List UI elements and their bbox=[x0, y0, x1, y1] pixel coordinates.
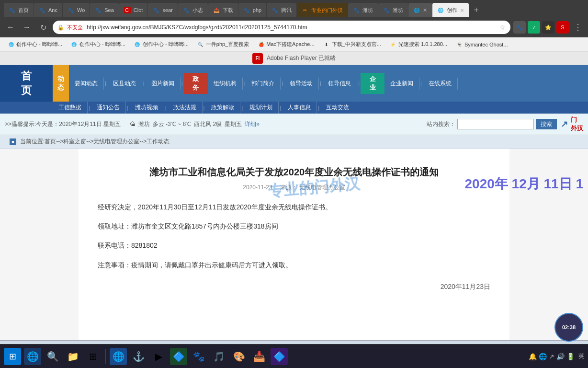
article-date: 2020-11-23 bbox=[243, 184, 272, 191]
nav-renshi[interactable]: 人事信息 bbox=[282, 102, 317, 114]
tab-4[interactable]: 🐾 Sea bbox=[90, 3, 119, 17]
taskbar-browser-icon[interactable]: 🌐 bbox=[110, 348, 127, 365]
bookmark-label-1: 创作中心 - 哗哗哗... bbox=[16, 41, 62, 48]
bookmark-label-8: Symantec Ghost... bbox=[464, 42, 508, 47]
ext-icon-4[interactable]: S bbox=[556, 21, 569, 34]
nav-dongtai-block[interactable]: 动 态 bbox=[53, 65, 69, 102]
nav-online-sys[interactable]: 在线系统 bbox=[423, 78, 458, 90]
sys-icon-4[interactable]: 🔋 bbox=[566, 353, 575, 360]
tab-6[interactable]: 🐾 sear bbox=[148, 3, 177, 17]
article-meta: 2020-11-23 来源： 无线电管理办公室 bbox=[98, 184, 490, 192]
bookmark-5[interactable]: 🍎 Mac下搭建Apache... bbox=[254, 39, 318, 50]
search-button[interactable]: 搜索 bbox=[536, 119, 557, 129]
site-search-input[interactable] bbox=[457, 119, 534, 129]
taskbar-anchor-icon[interactable]: ⚓ bbox=[130, 348, 147, 365]
sys-icon-3[interactable]: 🔊 bbox=[556, 353, 565, 360]
tab-favicon-7: 🐾 bbox=[183, 7, 190, 13]
tab-12[interactable]: 🐾 潍坊 bbox=[348, 3, 378, 17]
bookmark-6[interactable]: ⬇ 下载_中兴新支点官... bbox=[319, 39, 385, 50]
taskbar-search-icon[interactable]: 🔍 bbox=[44, 348, 61, 365]
tab-7[interactable]: 🐾 小志 bbox=[178, 3, 208, 17]
nav-tongzhi[interactable]: 通知公告 bbox=[91, 102, 126, 114]
tab-1[interactable]: 🐾 首页 bbox=[4, 3, 34, 17]
nav-div-5: | bbox=[281, 80, 284, 86]
nav-gongxin-data[interactable]: 工信数据 bbox=[53, 102, 88, 114]
taskbar-music-icon[interactable]: 🎵 bbox=[210, 348, 227, 365]
nav-zuzhi[interactable]: 组织机构 bbox=[208, 78, 243, 90]
bookmark-8[interactable]: 👻 Symantec Ghost... bbox=[452, 39, 511, 50]
ext-icon-1[interactable]: 🐾 bbox=[513, 21, 526, 34]
ext-icon-3[interactable]: ⭐ bbox=[542, 21, 554, 34]
tab-13[interactable]: 🐾 潍坊 bbox=[378, 3, 408, 17]
new-tab-button[interactable]: + bbox=[469, 3, 484, 17]
ext-icon-2[interactable]: ✓ bbox=[528, 21, 540, 34]
url-text: http://jxw.weifang.gov.cn/BMJG/KSZC/wxdg… bbox=[87, 24, 497, 31]
flash-banner: Fl Adobe Flash Player 已就绪 bbox=[0, 52, 588, 65]
nav-policy-block[interactable]: 政 务 bbox=[184, 73, 208, 94]
search-row: >>温馨提示:今天是：2020年12月11日 星期五 🌤 潍坊 多云 -3℃ ~… bbox=[0, 114, 588, 135]
nav-qiyexinwen[interactable]: 企业新闻 bbox=[384, 78, 419, 90]
taskbar-vpn-icon[interactable]: 🔷 bbox=[170, 348, 187, 365]
nav-quxiandongtai[interactable]: 区县动态 bbox=[107, 78, 142, 90]
nav-home-block[interactable]: 首 页 bbox=[0, 65, 53, 102]
article-source: 无线电管理办公室 bbox=[299, 184, 345, 191]
bookmark-favicon-7: ⚡ bbox=[390, 41, 396, 48]
nav-zhengce-jieda[interactable]: 政策解读 bbox=[205, 102, 240, 114]
tab-2[interactable]: 🐾 Anc bbox=[34, 3, 62, 17]
tab-11[interactable]: ✏ 专业的门外汉 bbox=[297, 3, 348, 17]
bookmark-1[interactable]: 🌐 创作中心 - 哗哗哗... bbox=[4, 39, 66, 50]
weather-part: >>温馨提示:今天是：2020年12月11日 星期五 🌤 潍坊 多云 -3℃ ~… bbox=[5, 120, 427, 128]
bookmark-favicon-4: 🔍 bbox=[197, 41, 204, 48]
forward-button[interactable]: → bbox=[20, 21, 34, 34]
tab-9[interactable]: 🐾 php bbox=[238, 3, 266, 17]
nav-zhengfa[interactable]: 政法法规 bbox=[168, 102, 203, 114]
nav-section-row2: 工信数据 | 通知公告 | 潍坊视频 | 政法法规 | 政策解读 | 规划计划 … bbox=[53, 102, 355, 114]
sys-icon-2[interactable]: 🌐 bbox=[539, 353, 547, 360]
sys-icon-1[interactable]: 🔔 bbox=[529, 353, 537, 360]
detail-link[interactable]: 详细» bbox=[245, 120, 260, 128]
address-bar[interactable]: 🔒 不安全 http://jxw.weifang.gov.cn/BMJG/KSZ… bbox=[53, 21, 510, 34]
nav-yaowendongtai[interactable]: 要闻动态 bbox=[69, 78, 104, 90]
tab-3[interactable]: 🐾 Wo bbox=[63, 3, 90, 17]
nav-dongtai-bottom: 态 bbox=[57, 83, 64, 92]
bookmark-4[interactable]: 🔍 一件php_百度搜索 bbox=[193, 39, 253, 50]
start-button[interactable]: ⊞ bbox=[4, 348, 21, 365]
tab-label-10: 腾讯 bbox=[281, 7, 292, 14]
nav-weifang-video[interactable]: 潍坊视频 bbox=[129, 102, 164, 114]
taskbar-icon-cortana[interactable]: 🌐 bbox=[24, 348, 41, 365]
taskbar-paint-icon[interactable]: 🎨 bbox=[230, 348, 248, 365]
bookmark-7[interactable]: ⚡ 光速搜索 1.0.1.280... bbox=[386, 39, 451, 50]
tab-active[interactable]: 🌐 创作 × bbox=[432, 3, 469, 17]
reload-button[interactable]: ↻ bbox=[36, 21, 50, 34]
nav-section-row1: 要闻动态 | 区县动态 | 图片新闻 | 政 务 组织机构 | 部门简介 | 领… bbox=[69, 65, 458, 102]
bookmark-3[interactable]: 🌐 创作中心 - 哗哗哗... bbox=[130, 39, 192, 50]
tab-label-7: 小志 bbox=[192, 7, 203, 14]
tab-10[interactable]: 🐾 腾讯 bbox=[267, 3, 296, 17]
browser-menu-button[interactable]: ⋮ bbox=[572, 22, 584, 33]
nav-guihua[interactable]: 规划计划 bbox=[244, 102, 279, 114]
nav-hudong[interactable]: 互动交流 bbox=[320, 102, 355, 114]
bookmark-2[interactable]: 🌐 创作中心 - 哗哗哗... bbox=[67, 39, 129, 50]
back-button[interactable]: ← bbox=[4, 21, 17, 34]
tab-5[interactable]: Cl Clot bbox=[119, 3, 148, 17]
clock-time: 02:38 bbox=[562, 324, 576, 330]
nav-div-3: | bbox=[181, 80, 184, 86]
taskbar-files-icon[interactable]: 📁 bbox=[64, 348, 81, 365]
enterprise-bottom: 业 bbox=[370, 83, 376, 92]
taskbar-play-icon[interactable]: ▶ bbox=[150, 348, 167, 365]
nav-tupianxinwen[interactable]: 图片新闻 bbox=[146, 78, 181, 90]
bookmark-star-icon[interactable]: ☆ bbox=[499, 23, 506, 31]
nav-lingdao-info[interactable]: 领导信息 bbox=[322, 78, 357, 90]
tab-close-icon[interactable]: × bbox=[460, 7, 464, 14]
nav-enterprise-block[interactable]: 企 业 bbox=[361, 73, 384, 94]
tab-x[interactable]: 🌐 ✕ bbox=[408, 3, 432, 17]
nav-lingdao-activity[interactable]: 领导活动 bbox=[284, 78, 319, 90]
nav-bumen[interactable]: 部门简介 bbox=[246, 78, 281, 90]
taskbar-paw-icon[interactable]: 🐾 bbox=[190, 348, 207, 365]
reminder-text: >>温馨提示:今天是：2020年12月11日 星期五 bbox=[5, 120, 121, 128]
cursor-icon: ↗ bbox=[561, 119, 568, 129]
taskbar-grid-icon[interactable]: ⊞ bbox=[84, 348, 102, 365]
taskbar-download-icon[interactable]: 📥 bbox=[250, 348, 268, 365]
tab-8[interactable]: 📥 下载 bbox=[208, 3, 238, 17]
taskbar-diamond-icon[interactable]: 🔷 bbox=[271, 348, 288, 365]
